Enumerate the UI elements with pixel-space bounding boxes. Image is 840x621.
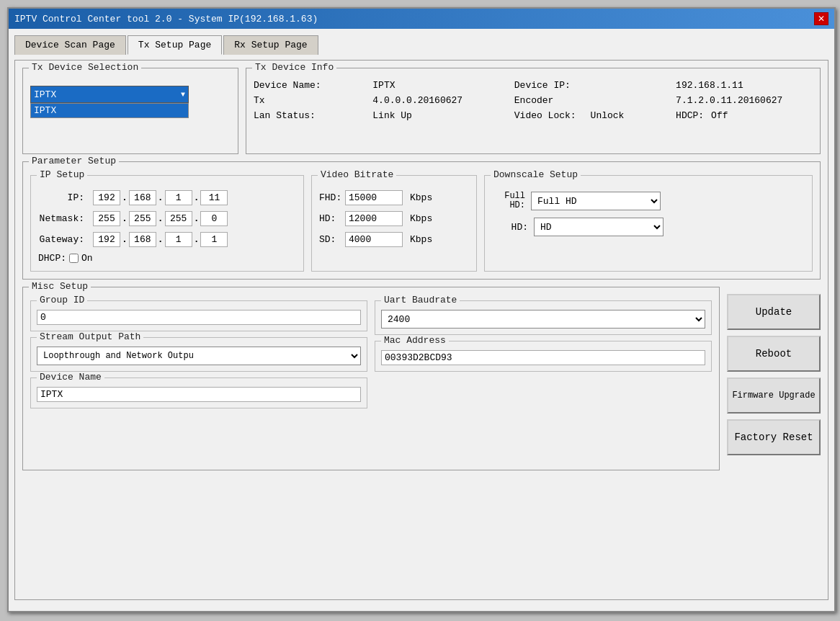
device-dropdown-row: IPTX ▼ xyxy=(30,86,231,103)
stream-output-row: Loopthrough and Network Outpu Network Ou… xyxy=(37,347,361,365)
nm-seg1[interactable] xyxy=(93,211,120,226)
reboot-button[interactable]: Reboot xyxy=(727,336,821,372)
ip-setup-label: IP Setup xyxy=(37,169,87,180)
ip-seg2[interactable] xyxy=(129,190,156,205)
tab-bar: Device Scan Page Tx Setup Page Rx Setup … xyxy=(14,35,828,54)
tx-device-info-box: Tx Device Info Device Name: IPTX Device … xyxy=(246,68,821,154)
full-hd-row: FullHD: Full HD HD SD xyxy=(492,192,805,210)
mac-address-input[interactable] xyxy=(381,350,705,365)
gw-seg3[interactable] xyxy=(165,232,192,247)
device-ip-value: 192.168.1.11 xyxy=(676,80,813,91)
downscale-inner: FullHD: Full HD HD SD HD: HD xyxy=(492,192,805,236)
ip-seg3[interactable] xyxy=(165,190,192,205)
factory-reset-button[interactable]: Factory Reset xyxy=(727,419,821,455)
dhcp-checkbox-label: On xyxy=(81,253,93,264)
hdcp-value: Off xyxy=(711,110,728,121)
video-bitrate-label: Video Bitrate xyxy=(318,169,396,180)
close-button[interactable]: ✕ xyxy=(814,12,828,25)
device-dropdown-item[interactable]: IPTX xyxy=(31,104,188,117)
device-ip-label: Device IP: xyxy=(514,80,654,91)
uart-baudrate-label: Uart Baudrate xyxy=(381,295,460,305)
ip-input-group: . . . xyxy=(93,190,228,205)
hd-downscale-select[interactable]: HD SD Full HD xyxy=(534,218,663,236)
gw-seg2[interactable] xyxy=(129,232,156,247)
main-panel: Tx Device Selection IPTX ▼ IPTX xyxy=(14,60,828,600)
hd-downscale-label: HD: xyxy=(492,222,528,233)
device-info-grid: Device Name: IPTX Device IP: 192.168.1.1… xyxy=(254,80,813,121)
uart-baudrate-box: Uart Baudrate 2400 4800 9600 19200 xyxy=(375,300,712,335)
gateway-label: Gateway: xyxy=(38,234,89,245)
nm-seg3[interactable] xyxy=(165,211,192,226)
video-lock-hdcp-row: Video Lock: Unlock xyxy=(514,110,654,121)
device-name-input[interactable] xyxy=(37,387,361,402)
group-id-box: Group ID xyxy=(30,300,367,331)
device-dropdown-display[interactable]: IPTX ▼ xyxy=(30,86,189,103)
hd-row: HD: Kbps xyxy=(319,211,469,226)
tx-value: 4.0.0.0.20160627 xyxy=(372,95,493,106)
downscale-setup-box: Downscale Setup FullHD: Full HD HD SD xyxy=(484,175,813,272)
netmask-field-row: Netmask: . . . xyxy=(38,211,296,226)
sd-label: SD: xyxy=(319,234,341,245)
nm-seg2[interactable] xyxy=(129,211,156,226)
ip-field-row: IP: . . . xyxy=(38,190,296,205)
device-dropdown-list: IPTX xyxy=(30,103,189,118)
hd-downscale-row: HD: HD SD Full HD xyxy=(492,218,805,236)
action-buttons: Update Reboot Firmware Upgrade Factory R… xyxy=(727,287,821,470)
gw-seg1[interactable] xyxy=(93,232,120,247)
device-name-label: Device Name: xyxy=(254,80,351,91)
parameter-setup-box: Parameter Setup IP Setup IP: . . xyxy=(22,161,821,280)
lan-status-value: Link Up xyxy=(372,110,493,121)
misc-section: Misc Setup Group ID Stream Output Path xyxy=(22,287,821,470)
update-button[interactable]: Update xyxy=(727,294,821,330)
ip-label: IP: xyxy=(38,192,89,203)
nm-seg4[interactable] xyxy=(200,211,228,226)
group-id-input[interactable] xyxy=(37,310,361,325)
dhcp-checkbox[interactable] xyxy=(69,254,79,263)
gateway-field-row: Gateway: . . . xyxy=(38,232,296,247)
hdcp-label: HDCP: xyxy=(676,110,704,121)
gw-seg4[interactable] xyxy=(200,232,228,247)
uart-baudrate-select[interactable]: 2400 4800 9600 19200 xyxy=(381,310,705,329)
tab-rx-setup[interactable]: Rx Setup Page xyxy=(223,35,318,55)
hd-input[interactable] xyxy=(345,211,403,226)
hd-label: HD: xyxy=(319,213,341,224)
mac-address-label: Mac Address xyxy=(381,335,449,346)
downscale-setup-label: Downscale Setup xyxy=(491,169,581,180)
video-lock-label: Video Lock: xyxy=(514,110,576,121)
netmask-input-group: . . . xyxy=(93,211,228,226)
device-name-misc-label: Device Name xyxy=(37,372,104,383)
window-content: Device Scan Page Tx Setup Page Rx Setup … xyxy=(9,29,834,611)
hd-unit: Kbps xyxy=(410,213,432,224)
firmware-upgrade-button[interactable]: Firmware Upgrade xyxy=(727,377,821,414)
sd-row: SD: Kbps xyxy=(319,232,469,247)
ip-setup-box: IP Setup IP: . . . xyxy=(30,175,304,272)
hdcp-row: HDCP: Off xyxy=(676,110,813,121)
main-window: IPTV Control Center tool 2.0 - System IP… xyxy=(7,7,836,612)
ip-seg4[interactable] xyxy=(200,190,228,205)
sd-input[interactable] xyxy=(345,232,403,247)
tx-label: Tx xyxy=(254,95,351,106)
misc-col-left: Group ID Stream Output Path Loopthrough … xyxy=(30,300,367,470)
encoder-label: Encoder xyxy=(514,95,654,106)
title-bar: IPTV Control Center tool 2.0 - System IP… xyxy=(9,9,834,29)
misc-col-right: Uart Baudrate 2400 4800 9600 19200 xyxy=(375,300,712,470)
stream-output-select[interactable]: Loopthrough and Network Outpu Network Ou… xyxy=(37,347,361,365)
group-id-label: Group ID xyxy=(37,295,87,305)
tx-device-selection-box: Tx Device Selection IPTX ▼ IPTX xyxy=(22,68,238,154)
misc-inner: Group ID Stream Output Path Loopthrough … xyxy=(30,300,712,470)
misc-left: Misc Setup Group ID Stream Output Path xyxy=(22,287,720,470)
tab-device-scan[interactable]: Device Scan Page xyxy=(14,35,126,55)
tab-tx-setup[interactable]: Tx Setup Page xyxy=(128,35,222,55)
tx-device-selection-label: Tx Device Selection xyxy=(29,62,141,73)
full-hd-select[interactable]: Full HD HD SD xyxy=(531,192,661,210)
dhcp-label: DHCP: xyxy=(38,253,66,264)
stream-output-label: Stream Output Path xyxy=(37,331,143,342)
sd-unit: Kbps xyxy=(410,234,432,245)
video-lock-value: Unlock xyxy=(591,110,625,121)
mac-address-box: Mac Address xyxy=(375,341,712,372)
fhd-input[interactable] xyxy=(345,190,403,205)
fhd-unit: Kbps xyxy=(410,192,432,203)
ip-seg1[interactable] xyxy=(93,190,120,205)
misc-setup-box: Misc Setup Group ID Stream Output Path xyxy=(22,287,720,470)
misc-setup-label: Misc Setup xyxy=(29,281,91,292)
